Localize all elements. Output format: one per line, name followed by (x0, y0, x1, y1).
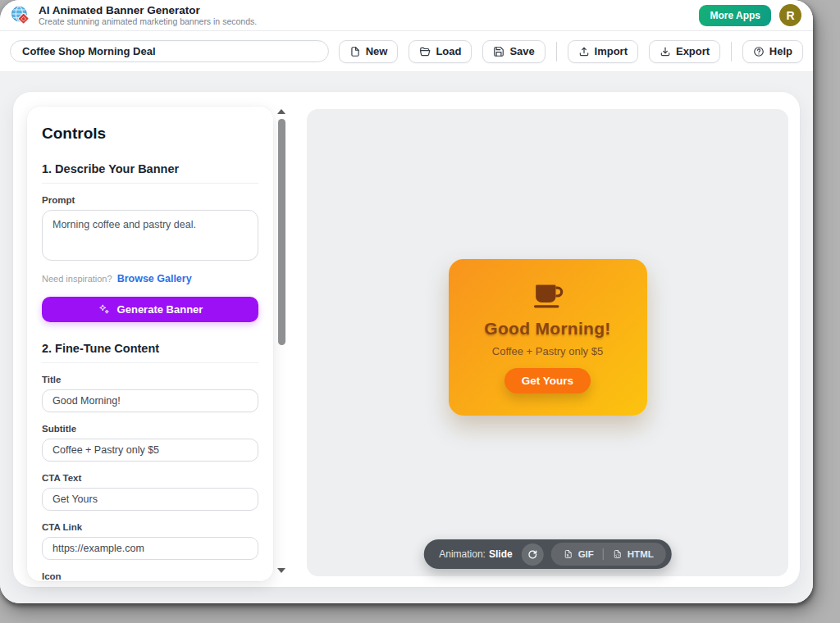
inspiration-text: Need inspiration? (42, 274, 112, 284)
new-button-label: New (366, 45, 388, 57)
banner-title: Good Morning! (484, 319, 610, 339)
avatar[interactable]: R (779, 4, 801, 26)
load-button[interactable]: Load (409, 40, 472, 63)
import-button-label: Import (595, 45, 628, 57)
import-upload-icon (578, 46, 590, 57)
import-button[interactable]: Import (568, 40, 638, 63)
section-describe-banner-title: 1. Describe Your Banner (42, 162, 258, 184)
title-label: Title (42, 375, 258, 384)
animation-value: Slide (489, 548, 513, 560)
save-button[interactable]: Save (482, 40, 545, 63)
new-button[interactable]: New (339, 40, 399, 63)
controls-scrollbar[interactable] (276, 107, 287, 575)
title-input[interactable] (42, 389, 258, 412)
toolbar-separator (731, 42, 732, 61)
generate-banner-label: Generate Banner (117, 303, 203, 316)
new-file-icon (349, 46, 361, 57)
cta-text-label: CTA Text (42, 473, 258, 483)
banner-card: Good Morning! Coffee + Pastry only $5 Ge… (449, 259, 647, 416)
export-gif-label: GIF (578, 549, 594, 559)
prompt-textarea[interactable]: Morning coffee and pastry deal. (42, 210, 258, 261)
main-area: Controls 1. Describe Your Banner Prompt … (0, 72, 813, 603)
app-logo-icon (10, 5, 31, 26)
workspace-card: Controls 1. Describe Your Banner Prompt … (13, 92, 800, 587)
controls-heading: Controls (42, 125, 258, 143)
scrollbar-thumb[interactable] (278, 119, 285, 345)
prompt-label: Prompt (42, 195, 258, 205)
project-name-input[interactable] (10, 40, 329, 62)
export-format-group: GIF HTML (551, 543, 666, 566)
app-titles: AI Animated Banner Generator Create stun… (39, 4, 257, 27)
more-apps-button[interactable]: More Apps (699, 5, 771, 26)
app-subtitle: Create stunning animated marketing banne… (39, 16, 257, 26)
controls-panel: Controls 1. Describe Your Banner Prompt … (27, 107, 273, 581)
app-window: AI Animated Banner Generator Create stun… (0, 0, 813, 603)
export-download-icon (660, 46, 671, 57)
replay-animation-button[interactable] (522, 543, 544, 566)
html-file-icon (613, 549, 623, 559)
save-floppy-icon (493, 46, 504, 57)
icon-label: Icon (42, 571, 258, 581)
section-fine-tune-title: 2. Fine-Tune Content (42, 342, 258, 363)
cta-link-label: CTA Link (42, 522, 258, 532)
export-html-button[interactable]: HTML (604, 543, 663, 566)
save-button-label: Save (509, 45, 534, 57)
scrollbar-track[interactable] (278, 117, 285, 565)
folder-open-icon (419, 46, 431, 57)
gif-file-icon (564, 549, 573, 559)
browse-gallery-link[interactable]: Browse Gallery (117, 273, 192, 284)
generate-banner-button[interactable]: Generate Banner (42, 297, 258, 322)
subtitle-input[interactable] (42, 439, 258, 462)
toolbar: New Load Save Import Export Help (0, 31, 813, 72)
inspiration-row: Need inspiration? Browse Gallery (42, 273, 258, 284)
refresh-icon (527, 549, 538, 560)
scrollbar-down-arrow-icon[interactable] (277, 568, 285, 573)
help-button[interactable]: Help (742, 40, 803, 63)
export-html-label: HTML (628, 549, 654, 559)
toolbar-separator (556, 42, 557, 61)
banner-preview-area: Good Morning! Coffee + Pastry only $5 Ge… (307, 109, 788, 576)
help-question-icon (753, 46, 765, 57)
animation-label: Animation: (439, 548, 486, 560)
cta-link-input[interactable] (42, 537, 258, 560)
help-button-label: Help (769, 45, 792, 57)
subtitle-label: Subtitle (42, 424, 258, 434)
banner-cta-button[interactable]: Get Yours (504, 368, 591, 393)
export-button-label: Export (676, 45, 710, 57)
export-gif-button[interactable]: GIF (555, 543, 603, 566)
sparkles-icon (98, 303, 110, 316)
scrollbar-up-arrow-icon[interactable] (277, 109, 285, 114)
cta-text-input[interactable] (42, 488, 258, 511)
animation-bar: Animation: Slide GIF HTML (423, 539, 672, 569)
app-header: AI Animated Banner Generator Create stun… (0, 0, 813, 31)
banner-subtitle: Coffee + Pastry only $5 (492, 345, 603, 357)
load-button-label: Load (436, 45, 461, 57)
app-title: AI Animated Banner Generator (39, 4, 257, 17)
coffee-cup-icon (530, 281, 566, 311)
export-button[interactable]: Export (649, 40, 720, 63)
